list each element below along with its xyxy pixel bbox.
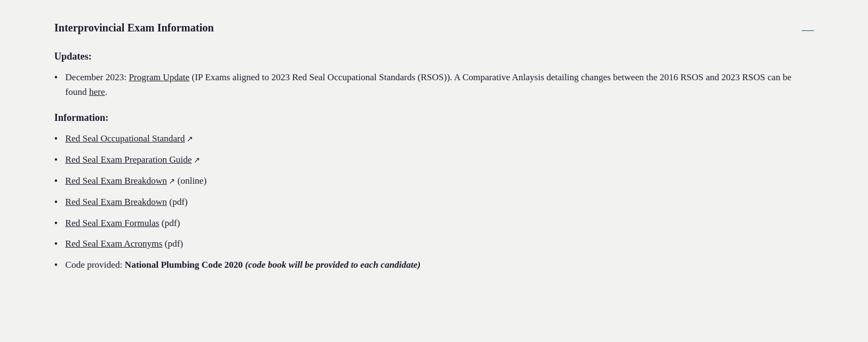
update-item-content: December 2023: Program Update (IP Exams … <box>65 70 814 99</box>
red-seal-occupational-standard-link[interactable]: Red Seal Occupational Standard <box>65 133 184 144</box>
info-item-5: Red Seal Exam Formulas (pdf) <box>65 216 814 230</box>
external-link-icon: ↗ <box>187 133 193 145</box>
list-item: Red Seal Exam Breakdown (pdf) <box>54 195 814 210</box>
section-header: Interprovincial Exam Information — <box>54 22 814 36</box>
red-seal-exam-formulas-link[interactable]: Red Seal Exam Formulas <box>65 218 159 228</box>
info-item-2: Red Seal Exam Preparation Guide↗ <box>65 152 814 167</box>
info-item-1: Red Seal Occupational Standard↗ <box>65 131 814 146</box>
info-item-4: Red Seal Exam Breakdown (pdf) <box>65 195 814 209</box>
red-seal-exam-breakdown-online-link[interactable]: Red Seal Exam Breakdown <box>65 176 167 186</box>
section-title: Interprovincial Exam Information <box>54 22 214 34</box>
updates-label: Updates: <box>54 51 814 62</box>
update-prefix: December 2023: <box>65 72 129 82</box>
red-seal-exam-prep-guide-link[interactable]: Red Seal Exam Preparation Guide <box>65 154 192 165</box>
red-seal-exam-breakdown-pdf-link[interactable]: Red Seal Exam Breakdown <box>65 197 167 207</box>
information-label: Information: <box>54 112 814 124</box>
pdf-suffix: (pdf) <box>167 197 188 207</box>
pdf-suffix: (pdf) <box>159 218 180 228</box>
list-item: Code provided: National Plumbing Code 20… <box>54 257 814 273</box>
info-item-3: Red Seal Exam Breakdown↗ (online) <box>65 173 814 188</box>
code-prefix: Code provided: <box>65 260 125 270</box>
code-note: (code book will be provided to each cand… <box>243 260 421 270</box>
information-list: Red Seal Occupational Standard↗ Red Seal… <box>54 131 814 273</box>
update-period: . <box>105 87 107 97</box>
info-item-6: Red Seal Exam Acronyms (pdf) <box>65 236 814 251</box>
list-item: December 2023: Program Update (IP Exams … <box>54 70 814 99</box>
collapse-icon[interactable]: — <box>802 24 814 36</box>
pdf-suffix: (pdf) <box>162 238 183 249</box>
list-item: Red Seal Exam Formulas (pdf) <box>54 216 814 231</box>
program-update-link[interactable]: Program Update <box>129 72 189 82</box>
online-suffix: (online) <box>175 176 207 186</box>
list-item: Red Seal Exam Breakdown↗ (online) <box>54 173 814 189</box>
main-container: Interprovincial Exam Information — Updat… <box>22 0 846 308</box>
here-link[interactable]: here <box>89 87 105 97</box>
list-item: Red Seal Exam Preparation Guide↗ <box>54 152 814 168</box>
red-seal-exam-acronyms-link[interactable]: Red Seal Exam Acronyms <box>65 238 162 249</box>
external-link-icon: ↗ <box>194 154 200 166</box>
list-item: Red Seal Exam Acronyms (pdf) <box>54 236 814 252</box>
list-item: Red Seal Occupational Standard↗ <box>54 131 814 147</box>
external-link-icon: ↗ <box>169 176 175 188</box>
updates-list: December 2023: Program Update (IP Exams … <box>54 70 814 99</box>
info-item-7: Code provided: National Plumbing Code 20… <box>65 257 814 272</box>
code-name: National Plumbing Code 2020 <box>125 260 243 270</box>
